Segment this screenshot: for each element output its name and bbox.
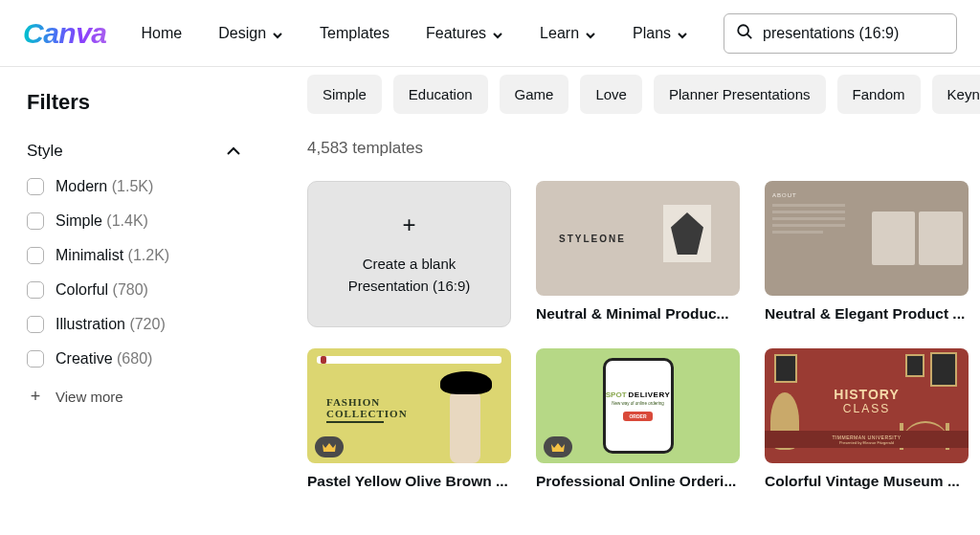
nav-plans-label: Plans	[633, 25, 671, 42]
filter-label: Simple	[56, 212, 102, 229]
filter-label: Colorful	[56, 281, 108, 298]
checkbox[interactable]	[27, 316, 44, 333]
search-container	[724, 13, 957, 54]
filter-count: (1.4K)	[106, 212, 148, 229]
nav-home[interactable]: Home	[142, 25, 183, 42]
search-input[interactable]	[763, 25, 954, 42]
filter-count: (1.5K)	[112, 178, 154, 194]
thumb-text: ORDER	[623, 412, 652, 421]
thumb-image	[774, 354, 797, 383]
checkbox[interactable]	[27, 350, 44, 368]
thumb-text: HISTORY	[834, 387, 899, 402]
template-thumb: SPOT DELIVERY New way of online ordering…	[536, 348, 740, 463]
filters-sidebar: Filters Style Modern (1.5K) Simple (1.4K…	[0, 67, 271, 535]
template-thumb: HISTORY CLASS TIMMERMAN UNIVERSITY Prese…	[765, 348, 969, 463]
thumb-image	[872, 212, 916, 265]
search-icon	[736, 23, 753, 44]
template-thumb: ABOUT	[765, 181, 969, 296]
chevron-down-icon	[492, 28, 503, 39]
filter-creative[interactable]: Creative (680)	[27, 350, 242, 368]
plus-icon: +	[402, 212, 415, 238]
template-card[interactable]: SPOT DELIVERY New way of online ordering…	[536, 348, 740, 490]
filter-count: (720)	[129, 316, 165, 332]
thumb-image	[919, 212, 963, 265]
create-blank-card[interactable]: + Create a blank Presentation (16:9)	[307, 181, 511, 327]
template-card[interactable]: ABOUT Neutral & Elegant Product ...	[765, 181, 969, 327]
template-title: Neutral & Elegant Product ...	[765, 305, 969, 323]
template-title: Professional Online Orderi...	[536, 473, 740, 490]
nav-plans[interactable]: Plans	[633, 25, 688, 42]
nav-templates-label: Templates	[320, 25, 390, 42]
view-more-button[interactable]: + View more	[27, 387, 242, 407]
template-thumb: FASHION COLLECTION	[307, 348, 511, 463]
filter-label: Modern	[56, 178, 107, 194]
nav-links: Home Design Templates Features Learn Pla…	[142, 25, 689, 42]
chevron-down-icon	[272, 28, 283, 39]
content: Filters Style Modern (1.5K) Simple (1.4K…	[0, 67, 980, 535]
thumb-text: New way of online ordering	[612, 401, 663, 406]
thumb-text: FASHION	[326, 396, 408, 408]
filter-colorful[interactable]: Colorful (780)	[27, 281, 242, 299]
template-card[interactable]: HISTORY CLASS TIMMERMAN UNIVERSITY Prese…	[765, 348, 969, 490]
premium-crown-icon	[315, 436, 344, 457]
chip-keynote[interactable]: Keynote	[932, 75, 980, 114]
template-card[interactable]: STYLEONE Neutral & Minimal Produc...	[536, 181, 740, 327]
search-box[interactable]	[724, 13, 957, 54]
plus-icon: +	[27, 387, 44, 407]
checkbox[interactable]	[27, 247, 44, 264]
filter-list: Modern (1.5K) Simple (1.4K) Minimalist (…	[27, 178, 242, 368]
chip-planner[interactable]: Planner Presentations	[654, 75, 826, 114]
chevron-down-icon	[677, 28, 688, 39]
template-thumb: STYLEONE	[536, 181, 740, 296]
filter-label: Minimalist	[56, 247, 123, 263]
checkbox[interactable]	[27, 178, 44, 195]
filters-title: Filters	[27, 90, 242, 115]
filter-simple[interactable]: Simple (1.4K)	[27, 212, 242, 230]
canva-logo[interactable]: Canva	[23, 17, 107, 50]
filter-modern[interactable]: Modern (1.5K)	[27, 178, 242, 195]
tag-chips: Simple Education Game Love Planner Prese…	[307, 75, 980, 114]
template-title: Neutral & Minimal Produc...	[536, 305, 740, 323]
filter-count: (680)	[117, 350, 152, 367]
filter-section-style-label: Style	[27, 142, 63, 161]
topbar: Canva Home Design Templates Features Lea…	[0, 0, 980, 67]
filter-label: Illustration	[56, 316, 125, 332]
chip-game[interactable]: Game	[500, 75, 569, 114]
chip-education[interactable]: Education	[393, 75, 488, 114]
nav-home-label: Home	[142, 25, 183, 42]
nav-learn[interactable]: Learn	[540, 25, 596, 42]
chevron-down-icon	[585, 28, 596, 39]
chip-fandom[interactable]: Fandom	[837, 75, 921, 114]
thumb-image	[930, 352, 957, 387]
nav-templates[interactable]: Templates	[320, 25, 390, 42]
checkbox[interactable]	[27, 281, 44, 299]
thumb-text: STYLEONE	[559, 234, 626, 244]
filter-minimalist[interactable]: Minimalist (1.2K)	[27, 247, 242, 264]
svg-line-1	[747, 33, 752, 38]
nav-design[interactable]: Design	[218, 25, 283, 42]
nav-design-label: Design	[218, 25, 266, 42]
blank-thumb: + Create a blank Presentation (16:9)	[307, 181, 511, 327]
blank-label: Create a blank Presentation (16:9)	[348, 254, 471, 297]
thumb-text: ABOUT	[772, 192, 864, 198]
filter-label: Creative	[56, 350, 113, 367]
template-grid: + Create a blank Presentation (16:9) STY…	[307, 181, 980, 490]
filter-count: (780)	[113, 281, 148, 298]
chip-love[interactable]: Love	[580, 75, 642, 114]
svg-point-0	[738, 25, 748, 35]
template-card[interactable]: FASHION COLLECTION Pastel Yellow Olive B…	[307, 348, 511, 490]
view-more-label: View more	[56, 389, 123, 405]
filter-section-style[interactable]: Style	[27, 142, 242, 161]
thumb-text: SPOT	[606, 390, 627, 399]
template-title: Colorful Vintage Museum ...	[765, 473, 969, 490]
thumb-image	[663, 205, 711, 262]
nav-features-label: Features	[426, 25, 486, 42]
filter-illustration[interactable]: Illustration (720)	[27, 316, 242, 333]
chip-simple[interactable]: Simple	[307, 75, 382, 114]
checkbox[interactable]	[27, 212, 44, 230]
thumb-text: Presented by Eleanor Fitzgerald	[839, 440, 894, 445]
thumb-phone: SPOT DELIVERY New way of online ordering…	[603, 358, 674, 454]
nav-features[interactable]: Features	[426, 25, 503, 42]
nav-learn-label: Learn	[540, 25, 579, 42]
thumb-text: DELIVERY	[629, 390, 671, 399]
